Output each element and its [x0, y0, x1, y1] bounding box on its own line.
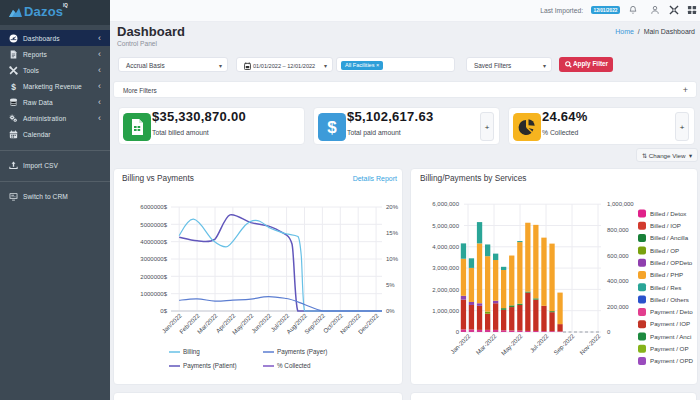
- svg-text:6,000,000: 6,000,000: [432, 201, 459, 207]
- svg-text:400,000: 400,000: [607, 278, 629, 284]
- svg-text:Payments (Payer): Payments (Payer): [277, 348, 327, 356]
- svg-text:Billing/Payments by Services: Billing/Payments by Services: [420, 173, 527, 183]
- svg-text:0$: 0$: [160, 308, 167, 314]
- svg-text:Billed / PHP: Billed / PHP: [650, 271, 683, 278]
- svg-text:600,000: 600,000: [607, 253, 629, 259]
- svg-text:Sep-2022: Sep-2022: [552, 332, 576, 356]
- svg-text:1000000$: 1000000$: [140, 291, 167, 297]
- svg-text:May-2022: May-2022: [500, 332, 525, 357]
- svg-text:Billed / OPDeto: Billed / OPDeto: [650, 259, 693, 266]
- svg-text:2,000,000: 2,000,000: [432, 287, 459, 293]
- svg-text:$: $: [11, 82, 16, 91]
- svg-text:Billed / Detox: Billed / Detox: [650, 210, 687, 217]
- svg-text:3,000,000: 3,000,000: [432, 265, 459, 271]
- svg-text:6000000$: 6000000$: [140, 204, 167, 210]
- svg-text:$: $: [327, 118, 337, 137]
- svg-text:Mar-2022: Mar-2022: [474, 332, 498, 356]
- svg-text:Billed / OP: Billed / OP: [650, 247, 679, 254]
- svg-text:Billing: Billing: [183, 348, 200, 356]
- svg-text:20%: 20%: [386, 204, 399, 210]
- svg-text:Billing vs Payments: Billing vs Payments: [122, 173, 194, 183]
- svg-text:% Collected: % Collected: [277, 362, 311, 369]
- svg-text:3000000$: 3000000$: [140, 256, 167, 262]
- svg-text:Payment / OP: Payment / OP: [650, 345, 689, 352]
- svg-text:5%: 5%: [386, 282, 395, 288]
- svg-text:10%: 10%: [386, 256, 399, 262]
- svg-text:Billed / Others: Billed / Others: [650, 296, 689, 303]
- svg-text:200,000: 200,000: [607, 304, 629, 310]
- svg-text:800,000: 800,000: [607, 227, 629, 233]
- svg-text:4000000$: 4000000$: [140, 239, 167, 245]
- svg-text:1,000,000: 1,000,000: [432, 308, 459, 314]
- svg-text:2000000$: 2000000$: [140, 274, 167, 280]
- svg-text:Details Report: Details Report: [353, 175, 397, 183]
- svg-text:5,000,000: 5,000,000: [432, 223, 459, 229]
- svg-text:15%: 15%: [386, 230, 399, 236]
- svg-text:Billed / Ancilla: Billed / Ancilla: [650, 234, 689, 241]
- svg-text:Jun/2022: Jun/2022: [250, 311, 273, 334]
- svg-text:Billed / Res: Billed / Res: [650, 284, 681, 291]
- svg-text:0: 0: [456, 329, 460, 335]
- svg-text:0%: 0%: [386, 308, 395, 314]
- svg-text:Payments (Patient): Payments (Patient): [183, 362, 237, 370]
- svg-text:1,000,000: 1,000,000: [607, 201, 634, 207]
- svg-text:Payment / Anci: Payment / Anci: [650, 333, 691, 340]
- svg-text:4,000,000: 4,000,000: [432, 244, 459, 250]
- svg-text:Nov-2022: Nov-2022: [578, 332, 602, 356]
- svg-text:0: 0: [607, 329, 611, 335]
- svg-text:Jan-2022: Jan-2022: [449, 332, 472, 355]
- svg-text:Payment / Deto: Payment / Deto: [650, 308, 693, 315]
- svg-text:Billed / IOP: Billed / IOP: [650, 222, 681, 229]
- svg-text:Payment / OPD: Payment / OPD: [650, 357, 694, 364]
- svg-text:5000000$: 5000000$: [140, 222, 167, 228]
- svg-text:Payment / IOP: Payment / IOP: [650, 320, 690, 327]
- svg-text:Jul-2022: Jul-2022: [528, 332, 550, 354]
